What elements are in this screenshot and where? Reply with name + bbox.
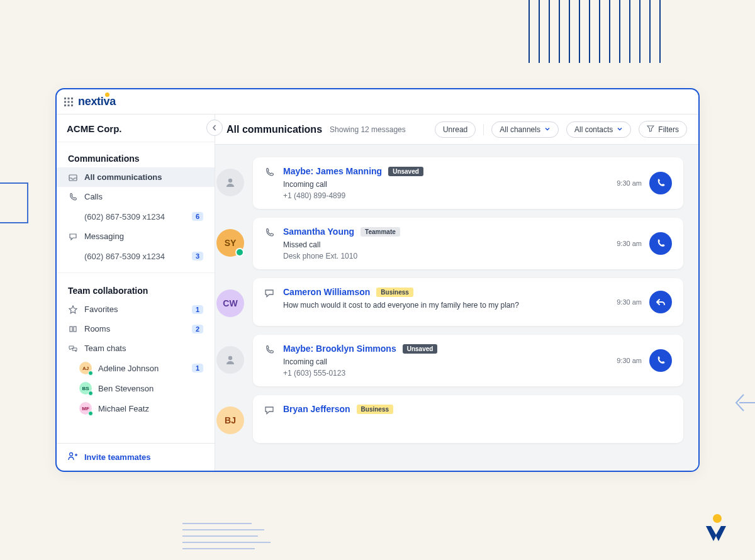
nav-label: All communications bbox=[84, 172, 162, 182]
apps-grid-icon[interactable] bbox=[64, 98, 73, 106]
nav-calls-number[interactable]: (602) 867-5309 x1234 6 bbox=[57, 206, 215, 227]
comm-line-2: Desk phone Ext. 1010 bbox=[283, 252, 609, 260]
team-member-item[interactable]: BSBen Stevenson bbox=[57, 378, 215, 398]
communication-card[interactable]: Maybe: Brooklyn SimmonsUnsavedIncoming c… bbox=[253, 335, 683, 386]
contact-tag: Unsaved bbox=[403, 344, 438, 354]
main-panel: All communications Showing 12 messages U… bbox=[215, 115, 698, 471]
call-button[interactable] bbox=[649, 349, 672, 372]
team-member-item[interactable]: AJAdeline Johnson1 bbox=[57, 358, 215, 378]
unread-filter-button[interactable]: Unread bbox=[435, 121, 476, 138]
filters-button[interactable]: Filters bbox=[639, 121, 687, 138]
nav-messaging[interactable]: Messaging bbox=[57, 227, 215, 246]
timestamp: 9:30 am bbox=[617, 357, 642, 364]
section-team: Team collaboration bbox=[57, 279, 215, 300]
nav-rooms[interactable]: Rooms 2 bbox=[57, 319, 215, 339]
badge-count: 1 bbox=[192, 364, 203, 372]
communication-card[interactable]: Maybe: James ManningUnsavedIncoming call… bbox=[253, 157, 683, 209]
nav-label: Rooms bbox=[84, 324, 110, 333]
svg-point-5 bbox=[713, 514, 722, 523]
chevron-down-icon bbox=[544, 125, 551, 134]
call-button[interactable] bbox=[649, 232, 672, 255]
phone-icon bbox=[264, 228, 276, 240]
contact-name: Cameron Williamson bbox=[283, 287, 370, 297]
communication-card[interactable]: Bryan JeffersonBusiness bbox=[253, 395, 683, 443]
comm-line-2: +1 (480) 899-4899 bbox=[283, 191, 609, 200]
avatar: BS bbox=[79, 382, 92, 395]
contact-tag: Unsaved bbox=[388, 167, 423, 176]
nav-label: Favorites bbox=[84, 305, 118, 314]
timestamp: 9:30 am bbox=[617, 298, 642, 306]
decorative-bottom-lines bbox=[182, 520, 277, 560]
member-name: Michael Featz bbox=[98, 404, 149, 413]
divider bbox=[57, 272, 215, 273]
channels-dropdown[interactable]: All channels bbox=[491, 121, 559, 138]
phone-icon bbox=[264, 167, 276, 180]
svg-point-18 bbox=[70, 453, 73, 456]
filter-icon bbox=[647, 125, 654, 134]
org-name: ACME Corp. bbox=[57, 115, 215, 142]
avatar bbox=[216, 169, 244, 196]
badge-count: 2 bbox=[192, 325, 203, 333]
nav-label: Team chats bbox=[84, 344, 126, 353]
badge-count: 3 bbox=[192, 252, 203, 260]
invite-icon bbox=[68, 451, 78, 463]
nav-label: Messaging bbox=[84, 232, 124, 241]
nav-all-communications[interactable]: All communications bbox=[57, 167, 215, 187]
communication-row: BJBryan JeffersonBusiness bbox=[230, 395, 683, 443]
timestamp: 9:30 am bbox=[617, 179, 642, 187]
nav-favorites[interactable]: Favorites 1 bbox=[57, 300, 215, 319]
contact-name: Maybe: Brooklyn Simmons bbox=[283, 344, 396, 354]
collapse-sidebar-button[interactable] bbox=[206, 120, 223, 136]
chat-icon bbox=[264, 405, 276, 418]
contacts-dropdown[interactable]: All contacts bbox=[566, 121, 631, 138]
avatar: CW bbox=[216, 289, 244, 317]
svg-rect-12 bbox=[64, 104, 66, 106]
svg-rect-13 bbox=[68, 104, 70, 106]
svg-rect-7 bbox=[68, 98, 70, 99]
svg-rect-10 bbox=[68, 101, 70, 103]
comm-line-1: Incoming call bbox=[283, 180, 609, 189]
nextiva-logo-mark bbox=[703, 513, 729, 547]
svg-point-20 bbox=[228, 356, 232, 360]
timestamp: 9:30 am bbox=[617, 240, 642, 247]
nav-messaging-number[interactable]: (602) 867-5309 x1234 3 bbox=[57, 246, 215, 266]
chevron-down-icon bbox=[617, 125, 623, 134]
decorative-square bbox=[0, 182, 28, 223]
call-button[interactable] bbox=[649, 172, 672, 194]
member-name: Ben Stevenson bbox=[98, 384, 154, 393]
contact-tag: Business bbox=[357, 405, 393, 414]
communication-row: CWCameron WilliamsonBusinessHow much wou… bbox=[230, 278, 683, 326]
page-subtitle: Showing 12 messages bbox=[330, 125, 406, 134]
invite-teammates-button[interactable]: Invite teammates bbox=[57, 443, 215, 471]
communication-card[interactable]: Cameron WilliamsonBusinessHow much would… bbox=[253, 278, 683, 326]
comm-line-1: Missed call bbox=[283, 240, 609, 249]
avatar bbox=[216, 346, 244, 374]
svg-rect-17 bbox=[74, 327, 76, 332]
svg-rect-8 bbox=[71, 98, 73, 99]
team-member-item[interactable]: MFMichael Featz bbox=[57, 398, 215, 418]
main-header: All communications Showing 12 messages U… bbox=[215, 115, 698, 145]
nav-team-chats[interactable]: Team chats bbox=[57, 339, 215, 358]
badge-count: 1 bbox=[192, 305, 203, 314]
app-window: nextiva ACME Corp. Communications All co… bbox=[55, 88, 700, 472]
avatar: AJ bbox=[79, 362, 92, 374]
chat-icon bbox=[68, 232, 78, 241]
rooms-icon bbox=[68, 325, 78, 333]
contact-name: Samantha Young bbox=[283, 227, 354, 237]
inbox-icon bbox=[68, 173, 78, 182]
avatar: MF bbox=[79, 402, 92, 415]
nav-calls[interactable]: Calls bbox=[57, 187, 215, 206]
avatar: BJ bbox=[216, 406, 244, 434]
svg-rect-16 bbox=[70, 327, 72, 332]
nav-label: Calls bbox=[84, 192, 103, 201]
decorative-arrow bbox=[730, 387, 755, 421]
communication-card[interactable]: Samantha YoungTeammateMissed callDesk ph… bbox=[253, 218, 683, 269]
svg-rect-9 bbox=[64, 101, 66, 103]
sidebar: ACME Corp. Communications All communicat… bbox=[57, 115, 215, 471]
comm-line-2: +1 (603) 555-0123 bbox=[283, 369, 609, 378]
contact-tag: Business bbox=[376, 288, 413, 297]
avatar: SY bbox=[216, 229, 244, 257]
communications-list: Maybe: James ManningUnsavedIncoming call… bbox=[215, 145, 698, 471]
communication-row: SYSamantha YoungTeammateMissed callDesk … bbox=[230, 218, 683, 269]
reply-button[interactable] bbox=[649, 291, 672, 313]
